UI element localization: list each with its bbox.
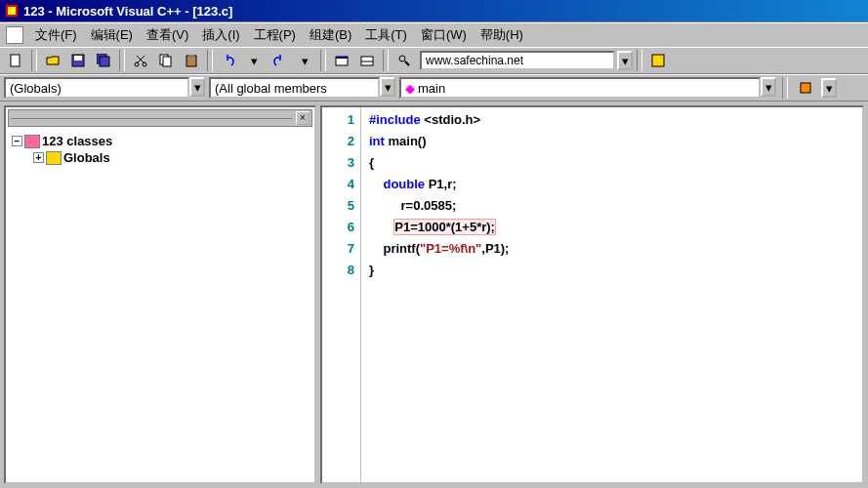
toolbar-separator <box>320 50 326 71</box>
code-line: P1=1000*(1+5*r); <box>369 217 854 238</box>
line-number: 6 <box>324 217 354 238</box>
function-value: ◆main <box>399 77 761 99</box>
menu-edit[interactable]: 编辑(E) <box>85 24 139 46</box>
tree-root-row[interactable]: − 123 classes <box>12 133 309 149</box>
redo-dropdown[interactable]: ▾ <box>293 50 316 71</box>
app-icon <box>4 3 20 19</box>
menu-build[interactable]: 组建(B) <box>304 24 357 46</box>
line-gutter: 1 2 3 4 5 6 7 8 <box>322 107 361 482</box>
code-line: r=0.0585; <box>369 195 854 217</box>
scope-value: (Globals) <box>4 77 189 99</box>
save-all-button[interactable] <box>92 50 115 71</box>
svg-rect-4 <box>74 56 82 61</box>
output-button[interactable] <box>355 50 379 71</box>
find-button[interactable] <box>393 50 416 71</box>
line-number: 1 <box>324 109 354 131</box>
undo-dropdown[interactable]: ▾ <box>242 50 266 71</box>
toolbar-separator <box>782 77 788 99</box>
menu-insert[interactable]: 插入(I) <box>196 24 245 46</box>
menu-tools[interactable]: 工具(T) <box>359 24 413 46</box>
class-view-pane: × − 123 classes + Globals <box>4 105 316 484</box>
cut-button[interactable] <box>129 50 152 71</box>
pane-grip[interactable] <box>11 118 292 119</box>
svg-rect-19 <box>652 55 664 66</box>
undo-button[interactable] <box>217 50 240 71</box>
paste-button[interactable] <box>180 50 203 71</box>
code-editor[interactable]: #include <stdio.h> int main() { double P… <box>361 107 862 482</box>
toolbar-separator <box>207 50 213 71</box>
tree-root-label: 123 classes <box>42 134 112 148</box>
svg-rect-20 <box>801 83 810 93</box>
diamond-icon: ◆ <box>405 81 415 96</box>
class-tree: − 123 classes + Globals <box>8 127 312 172</box>
tree-child-row[interactable]: + Globals <box>12 149 309 166</box>
svg-point-17 <box>399 56 405 61</box>
menu-project[interactable]: 工程(P) <box>248 24 302 46</box>
function-dropdown-arrow[interactable]: ▾ <box>761 77 776 97</box>
open-button[interactable] <box>41 50 64 71</box>
toolbar-separator <box>637 50 642 71</box>
svg-rect-6 <box>100 57 109 66</box>
pane-header: × <box>8 109 312 127</box>
menu-help[interactable]: 帮助(H) <box>475 24 529 46</box>
svg-rect-2 <box>11 55 20 66</box>
line-number: 5 <box>324 195 354 217</box>
svg-rect-1 <box>8 7 16 15</box>
scope-combo[interactable]: (Globals) ▾ <box>4 77 205 99</box>
code-line: } <box>369 260 854 281</box>
wizard-action-button[interactable] <box>794 77 817 99</box>
address-dropdown[interactable]: ▾ <box>617 51 633 70</box>
wizard-action-dropdown[interactable]: ▾ <box>821 78 837 98</box>
line-number: 2 <box>324 131 354 152</box>
menu-file[interactable]: 文件(F) <box>29 24 83 46</box>
main-area: × − 123 classes + Globals 1 2 3 4 5 6 7 <box>0 102 868 488</box>
folder-icon <box>46 151 62 165</box>
title-bar: 123 - Microsoft Visual C++ - [123.c] <box>0 0 868 21</box>
svg-rect-12 <box>188 55 194 58</box>
code-line: #include <stdio.h> <box>369 109 854 131</box>
address-input[interactable] <box>420 51 615 70</box>
toolbar: ▾ ▾ ▾ <box>0 47 868 74</box>
tree-child-label: Globals <box>63 150 110 165</box>
filter-dropdown-arrow[interactable]: ▾ <box>380 77 395 97</box>
scope-dropdown-arrow[interactable]: ▾ <box>189 77 205 97</box>
svg-rect-14 <box>336 57 348 59</box>
filter-value: (All global members <box>209 77 380 99</box>
classes-icon <box>24 135 40 148</box>
line-number: 7 <box>324 238 354 260</box>
menu-window[interactable]: 窗口(W) <box>415 24 473 46</box>
code-line: { <box>369 152 854 174</box>
filter-combo[interactable]: (All global members ▾ <box>209 77 395 99</box>
workspace-button[interactable] <box>330 50 353 71</box>
redo-button[interactable] <box>268 50 291 71</box>
line-number: 3 <box>324 152 354 174</box>
code-line: printf("P1=%f\n",P1); <box>369 238 854 260</box>
window-title: 123 - Microsoft Visual C++ - [123.c] <box>23 4 232 19</box>
svg-rect-10 <box>163 57 171 66</box>
svg-line-18 <box>405 61 409 65</box>
editor-pane: 1 2 3 4 5 6 7 8 #include <stdio.h> int m… <box>320 105 864 484</box>
line-number: 4 <box>324 174 354 195</box>
toolbar-separator <box>383 50 389 71</box>
menu-view[interactable]: 查看(V) <box>141 24 194 46</box>
wizard-bar: (Globals) ▾ (All global members ▾ ◆main … <box>0 74 868 102</box>
toolbar-separator <box>119 50 125 71</box>
menu-bar: 文件(F) 编辑(E) 查看(V) 插入(I) 工程(P) 组建(B) 工具(T… <box>0 23 868 47</box>
go-button[interactable] <box>646 50 670 71</box>
document-icon <box>6 26 23 44</box>
pane-close-button[interactable]: × <box>296 111 310 125</box>
line-number: 8 <box>324 260 354 281</box>
collapse-icon[interactable]: − <box>12 136 22 146</box>
code-line: double P1,r; <box>369 174 854 195</box>
new-button[interactable] <box>4 50 27 71</box>
function-combo[interactable]: ◆main ▾ <box>399 77 776 99</box>
toolbar-separator <box>31 50 37 71</box>
code-line: int main() <box>369 131 854 152</box>
copy-button[interactable] <box>154 50 178 71</box>
expand-icon[interactable]: + <box>33 152 44 163</box>
save-button[interactable] <box>66 50 90 71</box>
